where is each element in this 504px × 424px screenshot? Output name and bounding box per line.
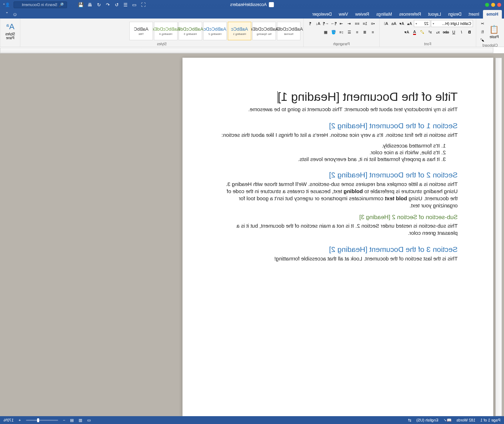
text-highlight-button[interactable]: 🖍	[419, 29, 426, 36]
section-2-heading[interactable]: Section 2 of the Document [Heading 2]	[218, 171, 458, 179]
layout-icon[interactable]: ▭	[132, 2, 137, 7]
document-page[interactable]: Title of the Document [Heading 1] This i…	[182, 58, 493, 416]
style-tile-normal[interactable]: AaBbCcDdEeNormal	[277, 22, 300, 40]
style-tile-heading-4[interactable]: AaBbCcDdEeHeading 4	[154, 22, 178, 40]
style-tile-heading-3[interactable]: AaBbCcDdEHeading 3	[179, 22, 202, 40]
borders-button[interactable]: ▦	[322, 29, 329, 36]
document-area[interactable]: Title of the Document [Heading 1] This i…	[0, 53, 504, 416]
subscript-button[interactable]: x₂	[434, 29, 442, 36]
clear-formatting-button[interactable]: A⃠	[382, 20, 390, 27]
font-name-select[interactable]: Calibri Light (H... ▾	[431, 20, 473, 27]
tab-review[interactable]: Review	[352, 10, 373, 19]
style-tile-heading-2[interactable]: AaBbCcDcHeading 2	[203, 22, 227, 40]
word-count[interactable]: 182 Words	[457, 418, 475, 422]
copy-button[interactable]: ⎘	[479, 28, 486, 35]
font-size-select[interactable]: 22 ▾	[414, 20, 430, 27]
undo-icon[interactable]: ↶	[105, 2, 110, 7]
change-case-button[interactable]: Aa	[390, 20, 397, 27]
zoom-out-button[interactable]: −	[63, 418, 65, 422]
bold-button[interactable]: B	[466, 29, 473, 36]
print-layout-icon[interactable]: ▥	[79, 418, 82, 423]
numbering-button[interactable]: 1≡	[361, 20, 369, 27]
tab-design[interactable]: Design	[444, 10, 465, 19]
zoom-slider[interactable]	[26, 420, 58, 421]
section-2-subheading[interactable]: Sub-section of Section 2 [Heading 3]	[218, 214, 458, 221]
format-painter-button[interactable]: 🖌	[479, 36, 486, 43]
section-2-sub-paragraph[interactable]: This sub-section is nested under Section…	[218, 222, 458, 237]
zoom-in-button[interactable]: +	[19, 418, 21, 422]
section-1-list[interactable]: It's formatted accessibly. It's blue, wh…	[218, 143, 458, 162]
shading-button[interactable]: 🪣	[330, 29, 337, 36]
style-tile-title[interactable]: AaBbCTitle	[129, 22, 153, 40]
section-1-paragraph[interactable]: This section is the first section. It's …	[218, 131, 458, 139]
text-cursor	[277, 91, 278, 103]
decrease-indent-button[interactable]: ⇤	[346, 20, 353, 27]
font-color-button[interactable]: A	[411, 29, 418, 36]
section-2-paragraph[interactable]: This section is a little complex and req…	[218, 181, 458, 210]
rtl-button[interactable]: ←¶	[322, 20, 329, 27]
horizontal-ruler[interactable]	[0, 47, 504, 53]
tab-developer[interactable]: Developer	[309, 10, 335, 19]
increase-indent-button[interactable]: ⇥	[338, 20, 345, 27]
style-tile-no-spacing[interactable]: AaBbCcDdEeNo Spacing	[252, 22, 276, 40]
accessibility-icon[interactable]: ⇄	[408, 418, 411, 423]
zoom-thumb[interactable]	[37, 418, 39, 422]
underline-button[interactable]: U	[450, 29, 457, 36]
align-left-button[interactable]: ≡	[369, 29, 376, 36]
vertical-ruler[interactable]	[495, 58, 502, 416]
styles-pane-button[interactable]: Aᵃ Styles Pane	[3, 21, 17, 41]
share-button[interactable]: 👤⁺	[3, 1, 10, 8]
strikethrough-button[interactable]: abc	[442, 29, 449, 36]
multilevel-list-button[interactable]: ≡≡	[354, 20, 361, 27]
align-center-button[interactable]: ≣	[361, 29, 369, 36]
print-icon[interactable]: 🖶	[87, 2, 93, 7]
search-input[interactable]: 🔍 Search in Document	[14, 1, 67, 8]
tab-home[interactable]: Home	[483, 10, 502, 19]
minimize-icon[interactable]	[491, 3, 495, 7]
sidebar-icon[interactable]: ☰	[123, 2, 128, 7]
heading-1[interactable]: Title of the Document [Heading 1]	[218, 90, 458, 104]
line-spacing-button[interactable]: ↕≡	[338, 29, 345, 36]
tab-references[interactable]: References	[396, 10, 425, 19]
text-effects-button[interactable]: A▾	[403, 29, 410, 36]
section-3-heading[interactable]: Section 3 of the Document [Heading 2]	[218, 245, 458, 254]
ltr-button[interactable]: ¶→	[330, 20, 337, 27]
section-3-paragraph[interactable]: This is the last section of the document…	[218, 255, 458, 262]
search-placeholder: Search in Document	[22, 2, 57, 7]
grow-font-button[interactable]: A▴	[406, 20, 413, 27]
tab-layout[interactable]: Layout	[425, 10, 444, 19]
sort-button[interactable]: A↓	[314, 20, 322, 27]
maximize-icon[interactable]	[485, 3, 489, 7]
zoom-level[interactable]: 170%	[4, 418, 14, 422]
justify-button[interactable]: ☰	[346, 29, 353, 36]
tab-insert[interactable]: Insert	[465, 10, 483, 19]
web-layout-icon[interactable]: ▤	[70, 418, 74, 423]
list-item[interactable]: It has a properly formatted list in it, …	[218, 156, 440, 162]
shrink-font-button[interactable]: A▾	[398, 20, 405, 27]
ribbon-collapse-icon[interactable]: ˅	[4, 10, 10, 19]
page-count[interactable]: Page 1 of 1	[480, 418, 500, 422]
paste-button[interactable]: 📋 Paste	[487, 24, 501, 40]
fullscreen-icon[interactable]: ⛶	[141, 2, 146, 7]
tab-view[interactable]: View	[335, 10, 352, 19]
align-right-button[interactable]: ≡	[354, 29, 361, 36]
show-marks-button[interactable]: ¶	[307, 20, 314, 27]
redo-icon[interactable]: ↻	[114, 2, 119, 7]
repeat-icon[interactable]: ↺	[96, 2, 102, 7]
italic-button[interactable]: I	[458, 29, 465, 36]
list-item[interactable]: It's formatted accessibly.	[218, 143, 440, 149]
save-icon[interactable]: 💾	[78, 2, 84, 7]
intro-paragraph[interactable]: This is my introductory text about the d…	[218, 106, 458, 113]
tab-mailings[interactable]: Mailings	[373, 10, 396, 19]
cut-button[interactable]: ✂	[479, 20, 486, 27]
spellcheck-icon[interactable]: 📖✓	[443, 418, 452, 423]
bullets-button[interactable]: •≡	[369, 20, 376, 27]
close-icon[interactable]	[497, 3, 501, 7]
language-status[interactable]: English (US)	[416, 418, 438, 422]
style-tile-heading-1[interactable]: AaBbCcHeading 1	[228, 22, 251, 40]
list-item[interactable]: It's blue, which is a nice color.	[218, 149, 440, 155]
focus-mode-icon[interactable]: ▭	[87, 418, 91, 423]
smiley-feedback-icon[interactable]: ☺	[10, 10, 20, 19]
superscript-button[interactable]: x²	[427, 29, 434, 36]
section-1-heading[interactable]: Section 1 of the Document [Heading 2]	[218, 121, 458, 130]
